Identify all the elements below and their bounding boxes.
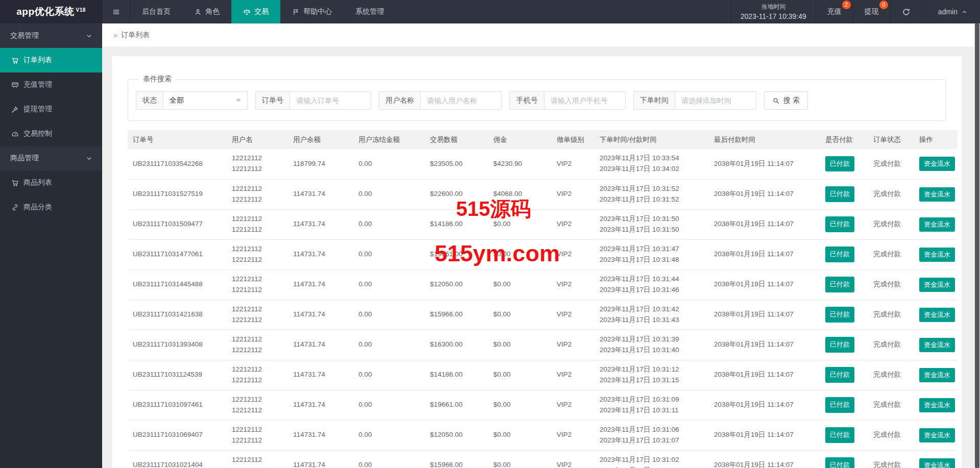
table-header-row: 订单号用户名用户余额用户冻结金额交易数额佣金做单级别下单时间/付款时间最后付款时…: [128, 130, 958, 149]
paid-status-badge: 已付款: [825, 156, 854, 171]
level-cell: VIP2: [552, 149, 594, 179]
order-no-cell: UB2311171031445488: [128, 269, 227, 300]
level-cell: VIP2: [552, 209, 594, 239]
order-no-cell: UB2311171031477061: [128, 239, 227, 269]
paid-cell: 已付款: [820, 179, 868, 209]
chevron-down-icon: [85, 32, 93, 40]
menu-toggle-button[interactable]: [102, 0, 130, 23]
username-input[interactable]: [420, 91, 502, 110]
level-cell: VIP2: [552, 179, 594, 209]
sidebar-item-recharge-management[interactable]: 充值管理: [0, 72, 102, 97]
sidebar-item-product-list[interactable]: 商品列表: [0, 170, 102, 195]
sidebar-group-product-management[interactable]: 商品管理: [0, 146, 102, 170]
level-cell: VIP2: [552, 390, 594, 420]
scrollbar-thumb[interactable]: [975, 23, 979, 468]
recharge-button[interactable]: 充值 2: [816, 0, 853, 23]
order-status-cell: 完成付款: [868, 300, 914, 330]
balance-cell: 114731.74: [288, 239, 353, 269]
status-select[interactable]: 全部: [163, 91, 248, 110]
username-cell: 1221211212212112: [227, 209, 288, 239]
sidebar-group-trade-management[interactable]: 交易管理: [0, 23, 102, 48]
fund-flow-button[interactable]: 资金流水: [919, 308, 955, 322]
fund-flow-button[interactable]: 资金流水: [919, 278, 955, 292]
local-time-label: 当地时间: [761, 2, 785, 11]
order-time-cell: 2023年11月17日 10:31:522023年11月17日 10:31:52: [594, 179, 709, 209]
paid-status-badge: 已付款: [825, 397, 854, 412]
fund-flow-button[interactable]: 资金流水: [919, 248, 955, 262]
order-time-cell: 2023年11月17日 10:31:062023年11月17日 10:31:07: [594, 420, 709, 450]
order-time-input[interactable]: [675, 91, 756, 110]
app-version: V18: [76, 7, 85, 13]
order-time-cell: 2023年11月17日 10:31:122023年11月17日 10:31:15: [594, 360, 709, 390]
commission-cell: $0.00: [488, 300, 552, 330]
card-icon: [11, 81, 19, 89]
cart-icon: [11, 179, 19, 187]
nav-item-trade[interactable]: 交易: [231, 0, 280, 23]
order-time-cell: 2023年11月17日 10:33:542023年11月17日 10:34:02: [594, 149, 709, 179]
order-no-input[interactable]: [290, 91, 371, 110]
action-cell: 资金流水: [914, 330, 958, 360]
order-no-cell: UB2311171033542268: [128, 149, 227, 179]
order-time-label: 下单时间: [633, 91, 675, 110]
refresh-button[interactable]: [890, 0, 922, 23]
fund-flow-button[interactable]: 资金流水: [919, 187, 955, 202]
sidebar-item-withdraw-management[interactable]: 提现管理: [0, 97, 102, 121]
commission-cell: $4068.00: [488, 179, 552, 209]
username-cell: 1221211212212112: [227, 269, 288, 300]
nav-item-home[interactable]: 后台首页: [130, 0, 182, 23]
sidebar-item-product-category[interactable]: 商品分类: [0, 195, 102, 219]
nav-item-help[interactable]: 帮助中心: [280, 0, 344, 23]
phone-input[interactable]: [544, 91, 626, 110]
breadcrumb: » 订单列表: [102, 23, 980, 46]
scales-icon: [243, 8, 251, 16]
table-row: UB2311171031069407 1221211212212112 1147…: [128, 420, 958, 450]
paid-cell: 已付款: [820, 269, 868, 300]
fund-flow-button[interactable]: 资金流水: [919, 458, 955, 468]
nav-item-role[interactable]: 角色: [182, 0, 231, 23]
action-cell: 资金流水: [914, 149, 958, 179]
table-row: UB2311171031124539 1221211212212112 1147…: [128, 360, 958, 390]
commission-cell: $0.00: [488, 420, 552, 450]
table-row: UB2311171031527519 1221211212212112 1147…: [128, 179, 958, 209]
amount-cell: $19661.00: [425, 239, 488, 269]
fund-flow-button[interactable]: 资金流水: [919, 217, 955, 232]
app-logo-text: app优化系统: [16, 5, 74, 18]
action-cell: 资金流水: [914, 209, 958, 239]
fund-flow-button[interactable]: 资金流水: [919, 398, 955, 412]
level-cell: VIP2: [552, 450, 594, 468]
order-no-label: 订单号: [255, 91, 290, 110]
sidebar-item-order-list[interactable]: 订单列表: [0, 48, 102, 72]
vertical-scrollbar[interactable]: [974, 23, 980, 468]
last-pay-time-cell: 2038年01月19日 11:14:07: [709, 420, 820, 450]
search-filters: 条件搜索 状态 全部 订单号: [128, 75, 946, 121]
nav-item-system[interactable]: 系统管理: [344, 0, 396, 23]
action-cell: 资金流水: [914, 269, 958, 300]
amount-cell: $12050.00: [425, 269, 488, 300]
frozen-cell: 0.00: [353, 450, 425, 468]
column-header: 做单级别: [552, 130, 594, 149]
phone-label: 手机号: [510, 91, 544, 110]
paid-cell: 已付款: [820, 360, 868, 390]
commission-cell: $0.00: [488, 330, 552, 360]
withdraw-button[interactable]: 提现 0: [853, 0, 890, 23]
dropdown-caret-icon: [236, 99, 241, 102]
fund-flow-button[interactable]: 资金流水: [919, 368, 955, 382]
withdraw-badge: 0: [879, 1, 888, 9]
order-status-cell: 完成付款: [868, 209, 914, 239]
table-row: UB2311171031477061 1221211212212112 1147…: [128, 239, 958, 269]
last-pay-time-cell: 2038年01月19日 11:14:07: [709, 179, 820, 209]
refresh-icon: [902, 8, 911, 16]
order-time-cell: 2023年11月17日 10:31:422023年11月17日 10:31:43: [594, 300, 709, 330]
fund-flow-button[interactable]: 资金流水: [919, 338, 955, 352]
fund-flow-button[interactable]: 资金流水: [919, 428, 955, 442]
sidebar: 交易管理 订单列表 充值管理 提现管理 交: [0, 23, 102, 468]
order-status-cell: 完成付款: [868, 420, 914, 450]
sidebar-item-trade-control[interactable]: 交易控制: [0, 121, 102, 146]
balance-cell: 114731.74: [288, 360, 353, 390]
admin-menu[interactable]: admin: [922, 0, 980, 23]
frozen-cell: 0.00: [353, 420, 425, 450]
fund-flow-button[interactable]: 资金流水: [919, 157, 955, 171]
topbar: app优化系统V18 后台首页 角色 交易 帮助中心 系统管理 当地时间 202…: [0, 0, 980, 23]
search-button[interactable]: 搜 索: [764, 91, 808, 110]
paid-cell: 已付款: [820, 239, 868, 269]
